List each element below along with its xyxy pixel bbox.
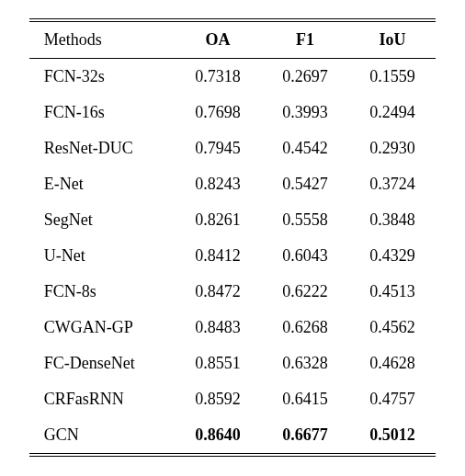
cell-iou: 0.3848 [348,202,436,238]
cell-method: FC-DenseNet [29,346,175,381]
cell-iou: 0.4562 [348,310,436,346]
cell-f1: 0.6677 [262,417,349,454]
cell-method: FCN-32s [29,59,175,96]
table-row: SegNet0.82610.55580.3848 [29,202,437,238]
cell-method: U-Net [29,238,175,274]
table-row: FC-DenseNet0.85510.63280.4628 [29,346,437,381]
cell-iou: 0.4757 [348,381,436,417]
cell-iou: 0.2930 [348,130,436,166]
cell-f1: 0.6415 [262,381,349,417]
cell-oa: 0.8243 [175,166,262,202]
table-row: CWGAN-GP0.84830.62680.4562 [29,310,437,346]
cell-oa: 0.8472 [175,274,262,310]
table-row: FCN-32s0.73180.26970.1559 [29,59,437,96]
cell-oa: 0.7318 [175,59,262,96]
table-row: FCN-16s0.76980.39930.2494 [29,95,437,130]
cell-oa: 0.8592 [175,381,262,417]
cell-iou: 0.4513 [348,274,436,310]
table-row: E-Net0.82430.54270.3724 [29,166,437,202]
col-methods: Methods [29,22,175,59]
cell-f1: 0.6222 [262,274,349,310]
cell-oa: 0.8640 [175,417,262,454]
table-header-row: Methods OA F1 IoU [29,22,437,59]
cell-method: SegNet [29,202,175,238]
cell-f1: 0.4542 [262,130,349,166]
table-row: FCN-8s0.84720.62220.4513 [29,274,437,310]
table-row: ResNet-DUC0.79450.45420.2930 [29,130,437,166]
cell-f1: 0.3993 [262,95,349,130]
results-table: Methods OA F1 IoU FCN-32s0.73180.26970.1… [29,18,437,457]
cell-oa: 0.7698 [175,95,262,130]
cell-oa: 0.8412 [175,238,262,274]
cell-iou: 0.4628 [348,346,436,381]
cell-oa: 0.8483 [175,310,262,346]
table-row: U-Net0.84120.60430.4329 [29,238,437,274]
cell-f1: 0.6268 [262,310,349,346]
cell-f1: 0.5558 [262,202,349,238]
table-row: GCN0.86400.66770.5012 [29,417,437,454]
cell-f1: 0.6043 [262,238,349,274]
cell-method: FCN-16s [29,95,175,130]
cell-oa: 0.8551 [175,346,262,381]
table-row: CRFasRNN0.85920.64150.4757 [29,381,437,417]
col-iou: IoU [348,22,436,59]
cell-method: ResNet-DUC [29,130,175,166]
cell-iou: 0.5012 [348,417,436,454]
cell-oa: 0.7945 [175,130,262,166]
cell-f1: 0.6328 [262,346,349,381]
col-oa: OA [175,22,262,59]
cell-method: GCN [29,417,175,454]
cell-method: CRFasRNN [29,381,175,417]
cell-iou: 0.3724 [348,166,436,202]
cell-method: FCN-8s [29,274,175,310]
cell-iou: 0.4329 [348,238,436,274]
cell-f1: 0.5427 [262,166,349,202]
cell-method: CWGAN-GP [29,310,175,346]
cell-f1: 0.2697 [262,59,349,96]
cell-iou: 0.1559 [348,59,436,96]
col-f1: F1 [262,22,349,59]
cell-oa: 0.8261 [175,202,262,238]
cell-method: E-Net [29,166,175,202]
table-body: FCN-32s0.73180.26970.1559FCN-16s0.76980.… [29,59,437,454]
cell-iou: 0.2494 [348,95,436,130]
